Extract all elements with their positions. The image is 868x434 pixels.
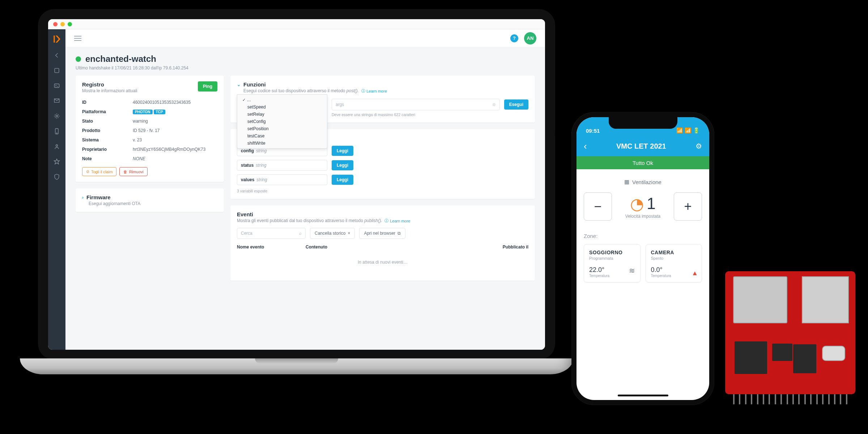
laptop-base — [20, 358, 573, 374]
open-browser-button[interactable]: Apri nel browser⧉ — [359, 228, 405, 239]
laptop-mockup: ? AN enchanted-watch Ultimo handshake il… — [20, 9, 573, 396]
remove-button[interactable]: 🗑 Rimuovi — [119, 167, 148, 176]
phone-title: VMC LET 2021 — [616, 142, 666, 150]
events-learn-link[interactable]: Learn more — [384, 218, 410, 224]
heat-wave-icon: ≋ — [629, 266, 635, 275]
device-status-dot — [76, 56, 81, 62]
label-system: Sistema — [82, 137, 133, 142]
speed-value: ◔1 — [625, 195, 660, 213]
nav-devices-icon[interactable] — [53, 67, 60, 74]
registry-card: Registro Mostra le informazioni attuali … — [76, 76, 224, 182]
label-id: ID — [82, 100, 133, 105]
chevron-down-icon[interactable]: ⌄ — [237, 82, 241, 87]
svg-rect-0 — [55, 68, 59, 73]
nav-products-icon[interactable] — [53, 128, 60, 135]
function-args-input[interactable]: args⊗ — [332, 99, 500, 110]
function-option[interactable]: setConfig — [237, 118, 327, 125]
clear-history-button[interactable]: Cancella storico× — [310, 228, 355, 239]
execute-button[interactable]: Esegui — [504, 99, 528, 110]
chrome-zoom[interactable] — [68, 22, 72, 26]
nav-security-icon[interactable] — [53, 173, 60, 180]
chrome-minimize[interactable] — [60, 22, 65, 26]
pcb-board — [725, 271, 855, 409]
registry-title: Registro — [82, 81, 137, 88]
function-option[interactable]: … — [237, 96, 327, 103]
events-title: Eventi — [237, 211, 528, 217]
function-option[interactable]: shiftWrite — [237, 140, 327, 147]
app-sidebar — [48, 29, 65, 350]
phone-time: 09:51 — [586, 128, 600, 134]
label-state: Stato — [82, 119, 133, 124]
events-desc: Mostra gli eventi pubblicati dal tuo dis… — [237, 218, 528, 224]
close-icon: × — [348, 231, 350, 236]
pcb-crystal — [822, 346, 845, 361]
nav-team-icon[interactable] — [53, 143, 60, 150]
device-header: enchanted-watch Ultimo handshake il 17/0… — [65, 47, 545, 76]
nav-back-icon[interactable] — [53, 52, 60, 59]
nav-integrations-icon[interactable] — [53, 112, 60, 120]
function-option[interactable]: setRelay — [237, 111, 327, 118]
value-id: 460024001051353532343635 — [133, 100, 217, 105]
label-product: Prodotto — [82, 128, 133, 133]
function-option[interactable]: setSpeed — [237, 103, 327, 111]
nav-events-icon[interactable] — [53, 97, 60, 105]
value-system: v. 23 — [133, 137, 217, 142]
value-owner: hrt3NEyzY6S6CjMB4gRmDOynQK73 — [133, 147, 217, 152]
back-icon[interactable]: ‹ — [584, 141, 587, 152]
registry-desc: Mostra le informazioni attuali — [82, 88, 137, 93]
events-card: Eventi Mostra gli eventi pubblicati dal … — [230, 205, 535, 281]
read-button[interactable]: Leggi — [332, 160, 353, 170]
functions-title: Funzioni — [243, 81, 266, 88]
functions-learn-link[interactable]: Learn more — [361, 88, 387, 94]
variable-row: statusstring — [237, 160, 327, 171]
device-name: enchanted-watch — [85, 54, 156, 64]
phone-home-indicator[interactable] — [618, 395, 668, 396]
pcb-wifi-module — [733, 276, 787, 323]
ventilation-label: ▦Ventilazione — [584, 179, 702, 185]
read-button[interactable]: Leggi — [332, 175, 353, 185]
functions-card: ⌄Funzioni Esegui codice sul tuo disposit… — [230, 76, 535, 123]
read-button[interactable]: Leggi — [332, 146, 353, 156]
clear-icon[interactable]: ⊗ — [492, 102, 496, 107]
firmware-card[interactable]: ›Firmware Esegui aggiornamenti OTA — [76, 188, 224, 212]
firmware-desc: Esegui aggiornamenti OTA — [89, 201, 217, 206]
function-dropdown[interactable]: … setSpeed setRelay setConfig setPositio… — [237, 94, 327, 149]
chrome-close[interactable] — [53, 22, 58, 26]
nav-console-icon[interactable] — [53, 82, 60, 89]
user-avatar[interactable]: AN — [524, 32, 536, 44]
pcb-header-pins — [733, 394, 847, 404]
events-empty-state: In attesa di nuovi eventi… — [237, 250, 528, 275]
speed-decrease-button[interactable]: − — [584, 192, 612, 221]
nav-favorites-icon[interactable] — [53, 158, 60, 165]
help-icon[interactable]: ? — [510, 34, 518, 42]
pcb-chip — [772, 344, 792, 361]
search-icon: ⌕ — [299, 231, 302, 236]
chevron-right-icon: › — [82, 195, 84, 200]
zone-card-camera[interactable]: CAMERA Spento 0.0° Temperatura ▲ — [646, 244, 702, 282]
external-link-icon: ⧉ — [397, 231, 401, 236]
hamburger-icon[interactable] — [74, 36, 81, 41]
events-search-input[interactable]: Cerca⌕ — [237, 228, 306, 239]
label-platform: Piattaforma — [82, 109, 133, 114]
phone-mockup: 09:51 📶 📶 🔋 ‹ VMC LET 2021 ⚙ Tutto Ok ▦V… — [571, 112, 714, 405]
speed-increase-button[interactable]: + — [674, 192, 702, 221]
settings-icon[interactable]: ⚙ — [695, 142, 702, 150]
window-chrome — [48, 19, 545, 29]
function-option[interactable]: testCase — [237, 132, 327, 140]
label-owner: Proprietario — [82, 147, 133, 152]
function-option[interactable]: setPosition — [237, 125, 327, 132]
value-notes: NONE — [133, 156, 217, 161]
phone-header: ‹ VMC LET 2021 ⚙ — [576, 136, 709, 156]
svg-point-5 — [56, 145, 58, 146]
value-state: warning — [133, 119, 217, 124]
gauge-icon: ◔ — [630, 195, 644, 213]
unclaim-button[interactable]: ⊘ Togli il claim — [82, 167, 116, 176]
variable-row: valuesstring — [237, 174, 327, 185]
variables-count: 3 variabili esposte — [237, 189, 528, 193]
zone-card-soggiorno[interactable]: SOGGIORNO Programmata 22.0° Temperatura … — [584, 244, 641, 282]
ping-button[interactable]: Ping — [198, 81, 217, 92]
badge-photon: PHOTON — [133, 110, 153, 114]
pcb-chip — [735, 341, 767, 374]
value-platform: PHOTONTCP — [133, 109, 217, 114]
label-notes: Note — [82, 156, 133, 161]
